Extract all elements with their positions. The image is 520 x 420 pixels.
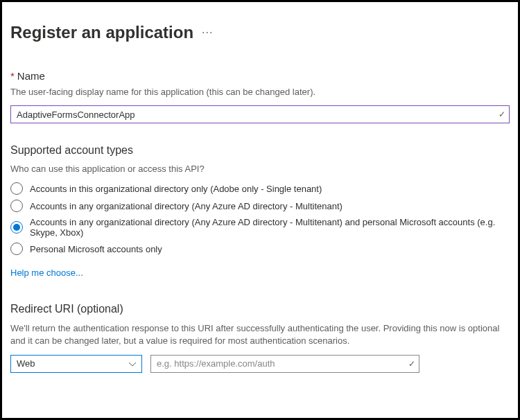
radio-circle bbox=[10, 221, 23, 234]
radio-label: Accounts in this organizational director… bbox=[30, 184, 322, 194]
account-types-question: Who can use this application or access t… bbox=[10, 164, 510, 174]
radio-option-multitenant[interactable]: Accounts in any organizational directory… bbox=[10, 200, 510, 212]
required-star: * bbox=[10, 70, 15, 82]
redirect-uri-input[interactable] bbox=[150, 355, 419, 373]
radio-option-single-tenant[interactable]: Accounts in this organizational director… bbox=[10, 182, 510, 195]
name-description: The user-facing display name for this ap… bbox=[10, 86, 510, 98]
check-icon: ✓ bbox=[499, 110, 505, 119]
radio-circle bbox=[10, 200, 23, 212]
radio-option-personal-only[interactable]: Personal Microsoft accounts only bbox=[10, 243, 510, 255]
name-input[interactable] bbox=[10, 105, 510, 123]
platform-select[interactable]: Web bbox=[10, 355, 142, 373]
redirect-uri-title: Redirect URI (optional) bbox=[10, 303, 510, 315]
radio-label: Accounts in any organizational directory… bbox=[30, 201, 343, 211]
chevron-down-icon bbox=[129, 360, 136, 368]
radio-circle bbox=[10, 243, 23, 255]
radio-option-multitenant-personal[interactable]: Accounts in any organizational directory… bbox=[10, 217, 510, 238]
account-types-radio-group: Accounts in this organizational director… bbox=[10, 182, 510, 255]
name-label: * Name bbox=[10, 70, 510, 82]
radio-circle bbox=[10, 182, 23, 195]
help-me-choose-link[interactable]: Help me choose... bbox=[10, 268, 83, 278]
account-types-title: Supported account types bbox=[10, 144, 510, 157]
platform-select-value: Web bbox=[17, 358, 35, 369]
more-icon[interactable]: ··· bbox=[202, 26, 213, 39]
radio-label: Personal Microsoft accounts only bbox=[30, 244, 162, 254]
redirect-uri-description: We'll return the authentication response… bbox=[10, 322, 510, 347]
radio-dot bbox=[13, 224, 20, 231]
page-title: Register an application bbox=[10, 23, 193, 42]
check-icon: ✓ bbox=[408, 359, 415, 369]
radio-label: Accounts in any organizational directory… bbox=[30, 217, 510, 238]
